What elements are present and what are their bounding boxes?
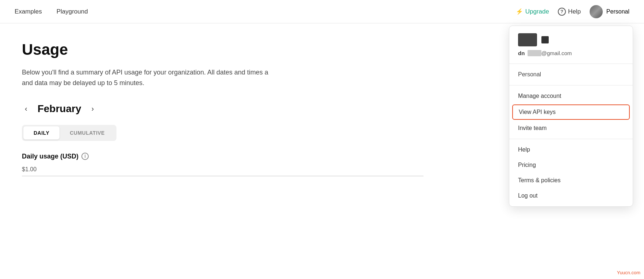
lightning-icon: ⚡ (516, 8, 523, 15)
help-button[interactable]: ? Help (558, 8, 581, 16)
chart-baseline (22, 176, 423, 176)
header-left: Examples Playground (15, 8, 88, 15)
month-label: February (38, 103, 81, 115)
dropdown-avatar-placeholder (518, 33, 537, 46)
dropdown-terms[interactable]: Terms & policies (509, 173, 633, 188)
dropdown-invite-team[interactable]: Invite team (509, 121, 633, 136)
avatar (590, 5, 603, 18)
nav-playground[interactable]: Playground (57, 8, 88, 15)
dropdown-email: @gmail.com (528, 50, 572, 56)
dropdown-flag-icon (541, 36, 549, 43)
toggle-group: DAILY CUMULATIVE (22, 125, 116, 141)
daily-toggle[interactable]: DAILY (23, 126, 60, 140)
prev-month-button[interactable]: ‹ (22, 103, 30, 114)
dropdown-header: dn @gmail.com (509, 26, 633, 64)
dropdown-avatar-row (518, 33, 624, 46)
dropdown-manage-account[interactable]: Manage account (509, 88, 633, 104)
user-dropdown-menu: dn @gmail.com Personal Manage account Vi… (509, 26, 633, 207)
dropdown-view-api-keys[interactable]: View API keys (512, 104, 630, 120)
dropdown-workspace-section: Personal (509, 64, 633, 85)
user-menu-button[interactable]: Personal (590, 5, 629, 18)
user-name: Personal (606, 8, 629, 15)
header: Examples Playground ⚡ Upgrade ? Help Per… (0, 0, 644, 23)
dropdown-username: dn (518, 50, 525, 56)
email-hidden-part (528, 50, 541, 56)
dropdown-misc-section: Help Pricing Terms & policies Log out (509, 139, 633, 206)
dropdown-pricing[interactable]: Pricing (509, 157, 633, 173)
upgrade-label: Upgrade (525, 8, 549, 15)
help-label: Help (568, 8, 581, 15)
cumulative-toggle[interactable]: CUMULATIVE (60, 126, 115, 140)
next-month-button[interactable]: › (89, 103, 97, 114)
usage-label-text: Daily usage (USD) (22, 153, 78, 160)
dropdown-logout[interactable]: Log out (509, 188, 633, 203)
description: Below you'll find a summary of API usage… (22, 67, 307, 88)
upgrade-button[interactable]: ⚡ Upgrade (516, 8, 549, 15)
dropdown-account-section: Manage account View API keys Invite team (509, 85, 633, 139)
info-icon[interactable]: i (81, 153, 89, 160)
dropdown-help[interactable]: Help (509, 142, 633, 157)
email-suffix: @gmail.com (541, 50, 572, 56)
header-right: ⚡ Upgrade ? Help Personal (516, 5, 629, 18)
nav-examples[interactable]: Examples (15, 8, 42, 15)
dropdown-workspace-item[interactable]: Personal (509, 67, 633, 82)
watermark: Yuucn.com (617, 270, 640, 275)
help-circle-icon: ? (558, 8, 566, 16)
dropdown-email-row: dn @gmail.com (518, 50, 624, 56)
